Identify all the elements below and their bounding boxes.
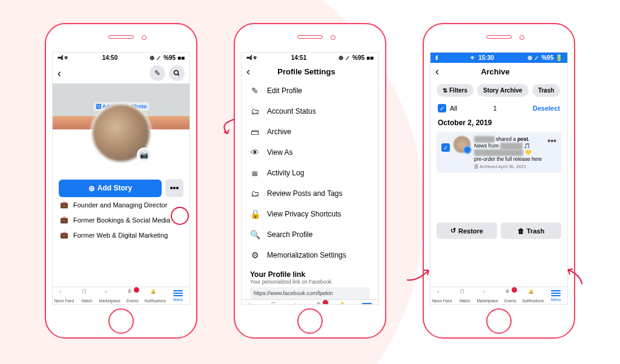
archive-icon: 🗃 <box>250 127 260 137</box>
pill-story-archive[interactable]: Story Archive <box>477 84 529 97</box>
post-more-icon[interactable]: ••• <box>547 136 556 146</box>
checkbox-all[interactable]: ✓ <box>438 104 446 112</box>
pill-filters[interactable]: ⇅ Filters <box>437 84 473 97</box>
home-button[interactable] <box>486 308 512 334</box>
profile-link-sub: Your personalized link on Facebook. <box>250 279 370 285</box>
trash-button[interactable]: 🗑 Trash <box>501 223 561 239</box>
tab-newsfeed[interactable]: ⌂News Feed <box>430 287 453 304</box>
archived-date: Archived April 30, 2021 <box>474 164 544 170</box>
tab-newsfeed[interactable]: ⌂News Feed <box>53 287 76 304</box>
settings-item-edit-profile[interactable]: ✎Edit Profile <box>242 80 378 101</box>
tab-events[interactable]: 🗓Events <box>121 287 144 304</box>
deselect-button[interactable]: Deselect <box>533 105 560 112</box>
back-button[interactable]: ‹ <box>58 67 61 80</box>
phone-settings: ••ıl ᯤ 14:51 ⊕ ⟋ %95 ■■ ‹ Profile Settin… <box>234 23 386 339</box>
tab-watch[interactable]: ▢Watch <box>76 287 99 304</box>
tab-marketplace[interactable]: ⌂Marketplace <box>98 287 121 304</box>
tab-bar: ⌂News Feed ▢Watch ⌂Marketplace 🗓Events 🔔… <box>430 287 567 304</box>
more-button[interactable]: ••• <box>165 179 183 197</box>
bio-row: 💼Former Web & Digital Marketing <box>53 227 190 242</box>
status-time: 14:50 <box>102 54 118 61</box>
status-bar: ••ıl ᯤ 14:50 ⊕ ⟋ %95 ■■ <box>53 53 190 63</box>
tab-notifications[interactable]: 🔔Notifications <box>144 287 167 304</box>
checkbox-post[interactable]: ✓ <box>441 143 450 152</box>
home-button[interactable] <box>108 308 134 334</box>
phone-profile: ••ıl ᯤ 14:50 ⊕ ⟋ %95 ■■ ‹ ✎ Add Cover Ph… <box>45 23 197 339</box>
back-button[interactable]: ‹ <box>435 65 439 78</box>
tab-events[interactable]: 🗓Events <box>310 300 333 305</box>
tab-menu[interactable]: Menu <box>544 287 567 304</box>
tab-notifications[interactable]: 🔔Notifications <box>522 287 545 304</box>
page-title: Profile Settings <box>254 67 359 76</box>
count: 1 <box>493 105 496 112</box>
settings-item-archive[interactable]: 🗃Archive <box>242 122 378 142</box>
status-time: ᯤ 15:30 <box>470 54 493 61</box>
settings-item-view-as[interactable]: 👁View As <box>242 142 378 163</box>
all-label: All <box>450 105 457 112</box>
briefcase-icon: 🗂 <box>250 106 260 116</box>
briefcase-icon: 💼 <box>60 201 68 209</box>
tab-newsfeed[interactable]: ⌂News Feed <box>242 300 265 305</box>
review-icon: 🗂 <box>250 189 260 198</box>
settings-item-review-posts[interactable]: 🗂Review Posts and Tags <box>242 183 378 204</box>
search-icon: 🔍 <box>250 230 260 239</box>
phone-archive: ıl ᯤ 15:30 ⊕ ⟋ %95 🔋 ‹ Archive ⇅ Filters… <box>423 23 575 339</box>
pill-trash[interactable]: Trash <box>532 84 561 97</box>
search-icon[interactable] <box>169 65 185 81</box>
status-right: ⊕ ⟋ %95 🔋 <box>527 54 562 61</box>
tab-menu[interactable]: Menu <box>167 287 190 304</box>
annotation-arrow-restore-icon <box>407 264 434 282</box>
tab-bar: ⌂News Feed ▢Watch ⌂Marketplace 🗓Events 🔔… <box>242 299 378 305</box>
tab-events[interactable]: 🗓Events <box>499 287 522 304</box>
lock-icon: 🔒 <box>250 209 260 219</box>
settings-item-privacy[interactable]: 🔒View Privacy Shortcuts <box>242 204 378 224</box>
edit-icon[interactable]: ✎ <box>150 65 165 81</box>
bio-row: 💼Former Bookings & Social Media <box>53 212 190 227</box>
bio-row: 💼Founder and Managing Director <box>53 197 190 212</box>
tab-watch[interactable]: ▢Watch <box>265 300 288 305</box>
tab-watch[interactable]: ▢Watch <box>453 287 477 304</box>
briefcase-icon: 💼 <box>60 216 68 224</box>
post-avatar <box>453 136 470 153</box>
settings-item-account-status[interactable]: 🗂Account Status <box>242 101 378 122</box>
profile-link-url[interactable]: https://www.facebook.com/lpekin <box>250 287 370 299</box>
tab-bar: ⌂News Feed ▢Watch ⌂Marketplace 🗓Events 🔔… <box>53 287 190 304</box>
tab-marketplace[interactable]: ⌂Marketplace <box>476 287 499 304</box>
annotation-arrow-trash-icon <box>564 266 591 284</box>
post-body: Lorem Ip shared a post. News from Ipsum … <box>474 136 544 170</box>
svg-point-0 <box>174 71 179 75</box>
briefcase-icon: 💼 <box>60 231 68 239</box>
gear-icon: ⚙ <box>250 250 260 260</box>
annotation-arrow-icon <box>217 118 241 136</box>
profile-link-title: Your Profile link <box>250 270 370 279</box>
svg-line-1 <box>178 74 180 76</box>
pencil-icon: ✎ <box>250 86 260 96</box>
settings-item-memorialization[interactable]: ⚙Memorialization Settings <box>242 245 378 265</box>
tab-marketplace[interactable]: ⌂Marketplace <box>287 300 310 305</box>
status-time: 14:51 <box>291 54 307 61</box>
settings-item-search[interactable]: 🔍Search Profile <box>242 224 378 245</box>
status-right: ⊕ ⟋ %95 ■■ <box>338 54 374 61</box>
tab-menu[interactable]: Menu <box>355 300 378 305</box>
list-icon: ≣ <box>250 168 260 178</box>
settings-item-activity-log[interactable]: ≣Activity Log <box>242 163 378 183</box>
status-right: ⊕ ⟋ %95 ■■ <box>150 54 185 61</box>
back-button[interactable]: ‹ <box>246 65 250 78</box>
date-header: October 2, 2019 <box>430 116 567 129</box>
status-bar: ıl ᯤ 15:30 ⊕ ⟋ %95 🔋 <box>430 53 567 63</box>
tab-notifications[interactable]: 🔔Notifications <box>333 300 356 305</box>
eye-icon: 👁 <box>250 148 260 157</box>
restore-button[interactable]: ↺ Restore <box>437 223 497 239</box>
archived-post[interactable]: ✓ Lorem Ip shared a post. News from Ipsu… <box>437 132 561 173</box>
camera-icon[interactable]: 📷 <box>137 148 151 162</box>
home-button[interactable] <box>297 308 323 334</box>
status-bar: ••ıl ᯤ 14:51 ⊕ ⟋ %95 ■■ <box>242 53 378 63</box>
add-story-button[interactable]: Add Story <box>59 180 162 197</box>
page-title: Archive <box>443 67 548 76</box>
filter-pills: ⇅ Filters Story Archive Trash <box>430 80 567 100</box>
